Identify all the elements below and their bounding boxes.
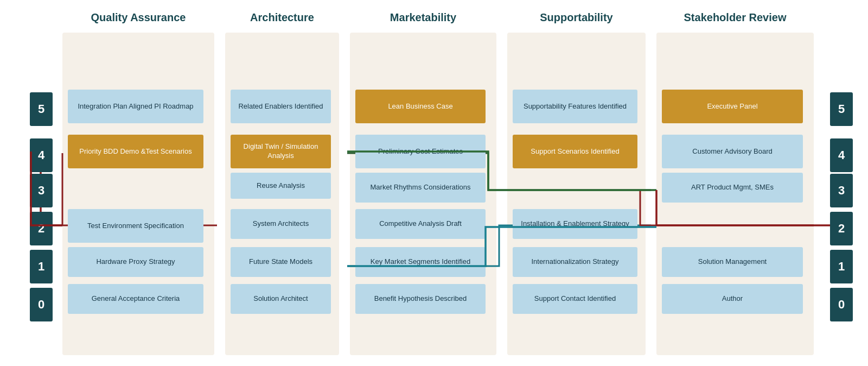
card-qa-4: Priority BDD Demo &Test Scenarios [68, 135, 203, 168]
badge-left-1: 1 [30, 250, 53, 283]
card-stake-1: Solution Management [662, 247, 803, 277]
card-stake-5: Executive Panel [662, 90, 803, 123]
card-stake-0: Author [662, 284, 803, 314]
badge-right-4: 4 [830, 138, 853, 172]
card-support-4: Support Scenarios Identified [513, 135, 637, 168]
card-arch-2: System Architects [231, 209, 331, 239]
badge-right-2: 2 [830, 212, 853, 245]
card-arch-4: Digital Twin / Simulation Analysis [231, 135, 331, 168]
card-support-2: Installation & Enablement Strategy [513, 209, 637, 239]
badge-right-1: 1 [830, 250, 853, 283]
col-header-qa: Quality Assurance [62, 11, 214, 24]
card-support-1: Internationalization Strategy [513, 247, 637, 277]
card-arch-1: Future State Models [231, 247, 331, 277]
col-header-stake: Stakeholder Review [656, 11, 814, 24]
col-header-arch: Architecture [225, 11, 339, 24]
badge-left-2: 2 [30, 212, 53, 245]
card-market-3: Market Rhythms Considerations [355, 173, 486, 203]
col-header-market: Marketability [350, 11, 496, 24]
badge-right-0: 0 [830, 288, 853, 321]
card-market-4: Preliminary Cost Estimates [355, 135, 486, 168]
card-qa-5: Integration Plan Aligned PI Roadmap [68, 90, 203, 123]
card-support-5: Supportability Features Identified [513, 90, 637, 123]
badge-left-3: 3 [30, 174, 53, 207]
badge-left-0: 0 [30, 288, 53, 321]
badge-left-5: 5 [30, 92, 53, 126]
card-support-0: Support Contact Identified [513, 284, 637, 314]
card-qa-0: General Acceptance Criteria [68, 284, 203, 314]
card-qa-1: Hardware Proxy Strategy [68, 247, 203, 277]
card-arch-3: Reuse Analysis [231, 173, 331, 199]
badge-right-5: 5 [830, 92, 853, 126]
card-market-5: Lean Business Case [355, 90, 486, 123]
card-stake-4: Customer Advisory Board [662, 135, 803, 168]
badge-right-3: 3 [830, 174, 853, 207]
col-header-support: Supportability [507, 11, 646, 24]
card-arch-0: Solution Architect [231, 284, 331, 314]
diagram-container: Quality Assurance Architecture Marketabi… [0, 0, 868, 366]
card-market-2: Competitive Analysis Draft [355, 209, 486, 239]
badge-left-4: 4 [30, 138, 53, 172]
card-market-1: Key Market Segments Identified [355, 247, 486, 277]
card-qa-2: Test Environment Specification [68, 209, 203, 243]
card-market-0: Benefit Hypothesis Described [355, 284, 486, 314]
card-stake-3: ART Product Mgmt, SMEs [662, 173, 803, 203]
card-arch-5: Related Enablers Identified [231, 90, 331, 123]
